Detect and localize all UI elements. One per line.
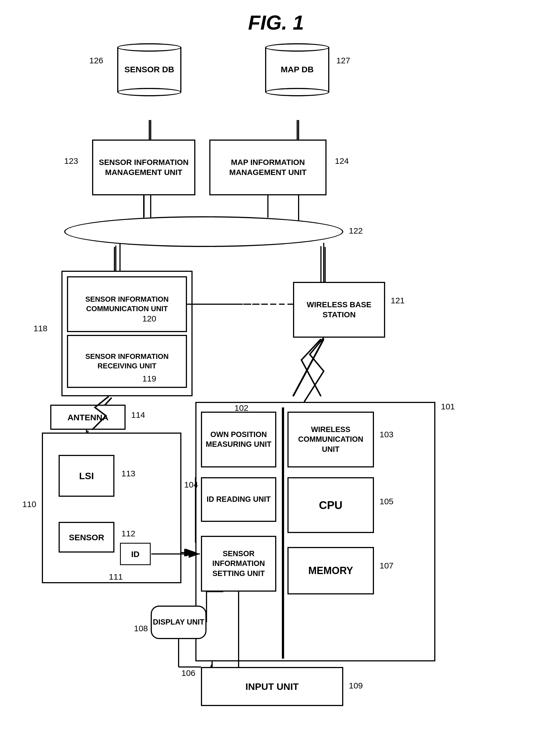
svg-line-29 xyxy=(211,664,212,667)
antenna-box: ANTENNA xyxy=(50,405,126,430)
cylinder-bottom-cap xyxy=(117,88,181,96)
fig-title: FIG. 1 xyxy=(248,11,304,34)
ref-124: 124 xyxy=(335,156,349,166)
ref-110: 110 xyxy=(22,499,36,509)
ref-126: 126 xyxy=(89,56,103,65)
ref-120: 120 xyxy=(142,314,156,323)
input-unit-box: INPUT UNIT xyxy=(201,667,343,706)
ref-108: 108 xyxy=(134,624,148,633)
ref-104: 104 xyxy=(184,480,198,489)
wireless-comm-unit: WIRELESS COMMUNICATION UNIT xyxy=(287,412,374,467)
ref-119: 119 xyxy=(142,374,156,384)
ref-106: 106 xyxy=(181,668,195,678)
map-info-mgmt-unit: MAP INFORMATION MANAGEMENT UNIT xyxy=(209,140,326,195)
sensor-box: SENSOR xyxy=(58,522,114,553)
diagram-container: FIG. 1 xyxy=(0,0,552,756)
sensor-info-setting-unit: SENSOR INFORMATION SETTING UNIT xyxy=(201,536,276,592)
sensor-info-recv-unit: SENSOR INFORMATION RECEIVING UNIT xyxy=(67,335,187,388)
cylinder-top2 xyxy=(265,43,329,52)
sensor-info-comm-unit: SENSOR INFORMATION COMMUNICATION UNIT xyxy=(67,276,187,332)
display-unit: DISPLAY UNIT xyxy=(151,606,206,639)
ref-123: 123 xyxy=(64,156,78,166)
id-reading-unit: ID READING UNIT xyxy=(201,477,276,522)
network-ellipse xyxy=(64,216,343,247)
ref-107: 107 xyxy=(380,561,394,570)
cylinder-top xyxy=(117,43,181,52)
wireless-base-station: WIRELESS BASE STATION xyxy=(293,282,385,338)
sensor-db: SENSOR DB xyxy=(117,43,181,96)
ref-111: 111 xyxy=(109,572,123,582)
svg-line-7 xyxy=(293,339,324,396)
ref-121: 121 xyxy=(391,296,405,305)
cylinder-bottom-cap2 xyxy=(265,88,329,96)
ref-112: 112 xyxy=(121,529,135,538)
ref-102: 102 xyxy=(235,403,248,413)
ref-122: 122 xyxy=(349,226,363,236)
ref-114: 114 xyxy=(131,410,145,420)
vertical-divider xyxy=(282,408,284,658)
cylinder-body: SENSOR DB xyxy=(117,47,181,92)
memory-box: MEMORY xyxy=(287,547,374,594)
map-db: MAP DB xyxy=(265,43,329,96)
ref-113: 113 xyxy=(121,469,135,478)
lsi-box: LSI xyxy=(58,455,114,497)
ref-103: 103 xyxy=(380,430,394,439)
ref-118: 118 xyxy=(33,324,47,333)
ref-101: 101 xyxy=(441,402,455,411)
ref-109: 109 xyxy=(349,681,363,691)
own-position-unit: OWN POSITION MEASURING UNIT xyxy=(201,412,276,467)
cylinder-body2: MAP DB xyxy=(265,47,329,92)
ref-105: 105 xyxy=(380,497,394,506)
sensor-info-mgmt-unit: SENSOR INFORMATION MANAGEMENT UNIT xyxy=(92,140,195,195)
ref-127: 127 xyxy=(336,56,350,65)
cpu-box: CPU xyxy=(287,477,374,533)
id-box: ID xyxy=(120,543,151,565)
